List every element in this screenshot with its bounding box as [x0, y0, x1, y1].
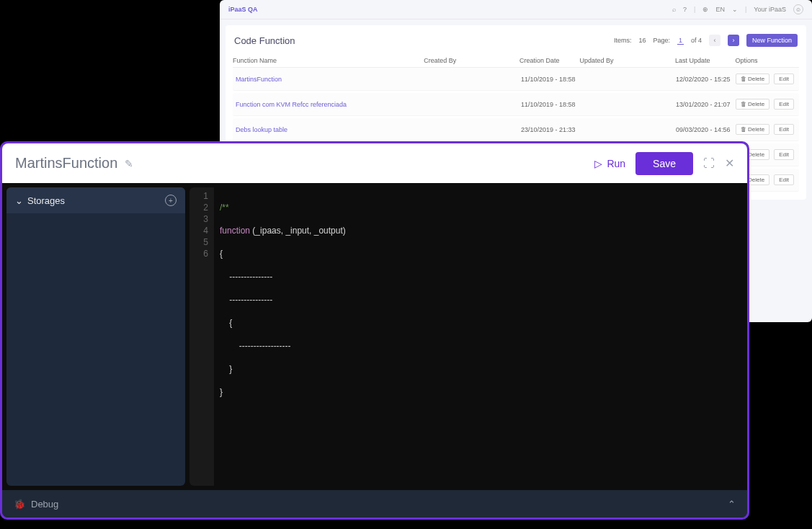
edit-button[interactable]: Edit: [774, 124, 794, 135]
sidebar-title: Storages: [27, 195, 65, 206]
page-next-button[interactable]: ›: [728, 35, 739, 46]
page-number[interactable]: 1: [677, 37, 684, 45]
globe-icon: ⊕: [702, 6, 708, 13]
col-updated-by: Updated By: [579, 57, 675, 64]
table-row[interactable]: Function com KVM Refcc referenciada11/10…: [233, 93, 799, 116]
table-row[interactable]: Debs lookup table23/10/2019 - 21:3309/03…: [233, 118, 799, 141]
edit-button[interactable]: Edit: [774, 149, 794, 160]
trash-icon: 🗑: [741, 76, 746, 82]
debug-label: Debug: [31, 499, 58, 510]
editor-toolbar: MartinsFunction ✎ ▷ Run Save ⛶ ✕: [2, 143, 747, 183]
cell-last-update: 12/02/2020 - 15:25: [676, 76, 736, 83]
fullscreen-icon[interactable]: ⛶: [703, 157, 715, 170]
col-created-by: Created By: [424, 57, 519, 64]
code-editor[interactable]: 123456 /** function (_ipaas, _input, _ou…: [189, 187, 743, 486]
col-function-name: Function Name: [233, 57, 424, 64]
page-prev-button[interactable]: ‹: [709, 35, 720, 46]
run-label: Run: [607, 158, 625, 169]
col-options: Options: [736, 57, 799, 64]
edit-button[interactable]: Edit: [774, 74, 794, 84]
save-button[interactable]: Save: [635, 152, 693, 175]
cell-name[interactable]: Debs lookup table: [236, 126, 426, 133]
add-storage-button[interactable]: +: [165, 195, 177, 206]
close-icon[interactable]: ✕: [725, 156, 734, 170]
items-label: Items:: [614, 37, 632, 44]
trash-icon: 🗑: [741, 101, 746, 107]
line-gutter: 123456: [189, 187, 214, 486]
run-button[interactable]: ▷ Run: [594, 158, 625, 169]
page-title: Code Function: [234, 35, 295, 46]
trash-icon: 🗑: [741, 126, 746, 133]
new-function-button[interactable]: New Function: [746, 34, 798, 47]
delete-button[interactable]: 🗑 Delete: [736, 99, 769, 110]
app-header: iPaaS QA ⌕ ? | ⊕ EN ⌄ | Your iPaaS ☺: [220, 0, 812, 19]
col-last-update: Last Update: [675, 57, 736, 64]
code-content[interactable]: /** function (_ipaas, _input, _output) {…: [214, 187, 743, 486]
col-creation-date: Creation Date: [519, 57, 580, 64]
table-row[interactable]: MartinsFunction11/10/2019 - 18:5812/02/2…: [233, 68, 799, 91]
cell-name[interactable]: MartinsFunction: [236, 76, 426, 83]
edit-button[interactable]: Edit: [774, 99, 794, 110]
cell-creation-date: 11/10/2019 - 18:58: [521, 101, 581, 108]
editor-title: MartinsFunction: [15, 155, 117, 172]
chevron-down-icon[interactable]: ⌄: [15, 195, 23, 206]
user-label: Your iPaaS: [754, 6, 786, 13]
chevron-down-icon: ⌄: [732, 6, 738, 13]
items-count: 16: [638, 37, 646, 44]
delete-button[interactable]: 🗑 Delete: [736, 124, 769, 135]
chevron-up-icon[interactable]: ⌃: [728, 499, 736, 510]
cell-last-update: 09/03/2020 - 14:56: [676, 126, 736, 133]
delete-button[interactable]: 🗑 Delete: [736, 74, 769, 84]
search-icon[interactable]: ⌕: [672, 6, 676, 13]
cell-creation-date: 23/10/2019 - 21:33: [521, 126, 581, 133]
cell-creation-date: 11/10/2019 - 18:58: [521, 76, 581, 83]
edit-button[interactable]: Edit: [774, 174, 794, 185]
page-total: of 4: [691, 37, 702, 44]
storages-sidebar: ⌄ Storages +: [6, 187, 185, 486]
help-icon[interactable]: ?: [683, 6, 687, 13]
language-label[interactable]: EN: [715, 6, 725, 13]
cell-name[interactable]: Function com KVM Refcc referenciada: [236, 101, 426, 108]
edit-title-icon[interactable]: ✎: [125, 158, 133, 169]
debug-bar[interactable]: 🐞 Debug ⌃: [2, 490, 747, 517]
table-header: Function Name Created By Creation Date U…: [233, 54, 799, 68]
code-editor-panel: MartinsFunction ✎ ▷ Run Save ⛶ ✕ ⌄ Stora…: [0, 141, 749, 520]
page-label: Page:: [653, 37, 670, 44]
cell-last-update: 13/01/2020 - 21:07: [676, 101, 736, 108]
bug-icon: 🐞: [14, 499, 25, 510]
avatar[interactable]: ☺: [793, 4, 803, 14]
play-icon: ▷: [594, 158, 602, 169]
app-name: iPaaS QA: [228, 6, 258, 13]
